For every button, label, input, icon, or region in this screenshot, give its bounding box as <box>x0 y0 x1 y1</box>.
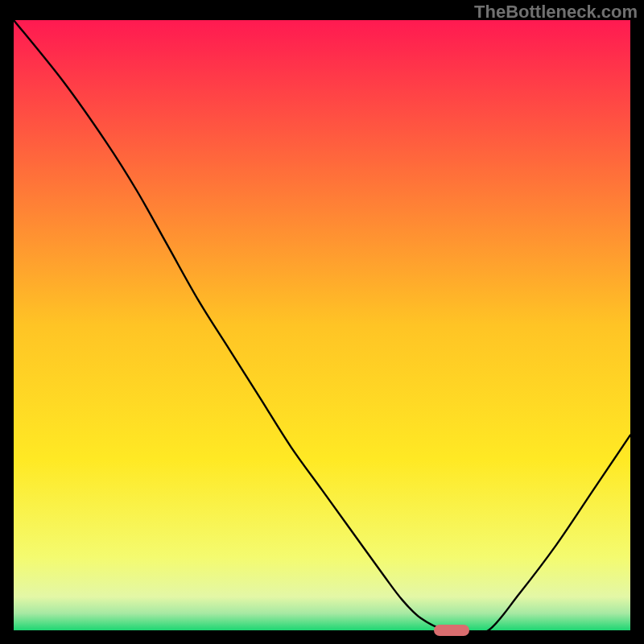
watermark-text: TheBottleneck.com <box>474 2 638 23</box>
optimal-point-marker <box>434 625 469 636</box>
chart-frame: TheBottleneck.com <box>0 0 644 644</box>
plot-area <box>14 20 630 630</box>
bottleneck-curve <box>14 20 630 630</box>
